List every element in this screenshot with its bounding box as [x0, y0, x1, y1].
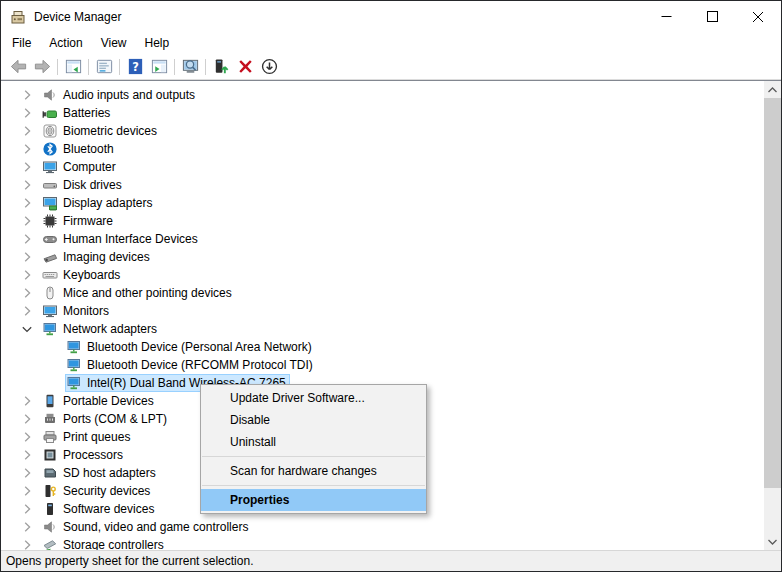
- chevron-right-icon[interactable]: [19, 429, 35, 445]
- chevron-down-icon[interactable]: [19, 321, 35, 337]
- tree-item-biometric-devices[interactable]: Biometric devices: [1, 122, 764, 140]
- tree-item-content: Software devices: [35, 500, 158, 518]
- toolbar: ?: [1, 54, 781, 80]
- tree-item-mice-and-other-pointing-devices[interactable]: Mice and other pointing devices: [1, 284, 764, 302]
- chevron-right-icon[interactable]: [19, 177, 35, 193]
- chevron-right-icon[interactable]: [19, 141, 35, 157]
- menu-item-scan-for-hardware-changes[interactable]: Scan for hardware changes: [201, 460, 426, 482]
- tree-item-content: Audio inputs and outputs: [35, 86, 199, 104]
- chevron-right-icon[interactable]: [19, 249, 35, 265]
- chevron-right-icon[interactable]: [19, 87, 35, 103]
- tree-item-label: Portable Devices: [63, 394, 154, 408]
- tree-item-label: Biometric devices: [63, 124, 157, 138]
- ports-icon: [42, 411, 58, 427]
- chevron-right-icon[interactable]: [19, 393, 35, 409]
- device-manager-icon: [10, 9, 26, 25]
- tree-item-bluetooth[interactable]: Bluetooth: [1, 140, 764, 158]
- tree-item-disk-drives[interactable]: Disk drives: [1, 176, 764, 194]
- tree-item-label: Keyboards: [63, 268, 120, 282]
- network-icon: [66, 339, 82, 355]
- status-text: Opens property sheet for the current sel…: [6, 554, 253, 568]
- menu-item-disable[interactable]: Disable: [201, 409, 426, 431]
- chevron-right-icon[interactable]: [19, 213, 35, 229]
- show-console-tree-icon[interactable]: [61, 56, 85, 78]
- tree-item-monitors[interactable]: Monitors: [1, 302, 764, 320]
- tree-item-content: Firmware: [35, 212, 117, 230]
- monitor-icon: [42, 303, 58, 319]
- update-driver-icon[interactable]: [209, 56, 233, 78]
- uninstall-icon[interactable]: [233, 56, 257, 78]
- tree-item-audio-inputs-and-outputs[interactable]: Audio inputs and outputs: [1, 86, 764, 104]
- imaging-icon: [42, 249, 58, 265]
- software-icon: [42, 501, 58, 517]
- vertical-scrollbar[interactable]: [764, 81, 781, 550]
- chevron-right-icon[interactable]: [19, 519, 35, 535]
- menu-item-properties[interactable]: Properties: [201, 489, 426, 511]
- tree-item-computer[interactable]: Computer: [1, 158, 764, 176]
- chevron-right-icon[interactable]: [19, 447, 35, 463]
- toolbar-separator: [174, 59, 175, 75]
- scan-hardware-changes-icon[interactable]: [178, 56, 202, 78]
- scroll-up-icon[interactable]: [764, 81, 781, 98]
- tree-item-label: Human Interface Devices: [63, 232, 198, 246]
- action-pane-icon[interactable]: [147, 56, 171, 78]
- tree-item-content: Bluetooth Device (RFCOMM Protocol TDI): [65, 356, 317, 374]
- tree-item-content: Print queues: [35, 428, 134, 446]
- tree-item-bluetooth-device-rfcomm-protocol-tdi[interactable]: Bluetooth Device (RFCOMM Protocol TDI): [1, 356, 764, 374]
- scroll-down-icon[interactable]: [764, 533, 781, 550]
- chevron-right-icon[interactable]: [19, 411, 35, 427]
- tree-item-label: Display adapters: [63, 196, 152, 210]
- chevron-right-icon[interactable]: [19, 105, 35, 121]
- tree-item-imaging-devices[interactable]: Imaging devices: [1, 248, 764, 266]
- tree-item-keyboards[interactable]: Keyboards: [1, 266, 764, 284]
- maximize-button[interactable]: [689, 1, 735, 32]
- tree-item-bluetooth-device-personal-area-network[interactable]: Bluetooth Device (Personal Area Network): [1, 338, 764, 356]
- scrollbar-thumb[interactable]: [764, 98, 781, 488]
- chevron-right-icon[interactable]: [19, 303, 35, 319]
- menu-view[interactable]: View: [92, 33, 136, 53]
- tree-item-storage-controllers[interactable]: Storage controllers: [1, 536, 764, 550]
- forward-icon[interactable]: [30, 56, 54, 78]
- chevron-right-icon[interactable]: [19, 231, 35, 247]
- chevron-right-icon[interactable]: [19, 159, 35, 175]
- minimize-button[interactable]: [643, 1, 689, 32]
- disable-icon[interactable]: [257, 56, 281, 78]
- chevron-right-icon[interactable]: [19, 483, 35, 499]
- chevron-right-icon[interactable]: [19, 537, 35, 550]
- tree-item-label: Disk drives: [63, 178, 122, 192]
- chevron-right-icon[interactable]: [19, 465, 35, 481]
- menu-item-update-driver-software[interactable]: Update Driver Software...: [201, 387, 426, 409]
- tree-item-content: Computer: [35, 158, 120, 176]
- tree-item-label: Bluetooth Device (RFCOMM Protocol TDI): [87, 358, 313, 372]
- chevron-right-icon[interactable]: [19, 285, 35, 301]
- menu-action[interactable]: Action: [40, 33, 91, 53]
- help-icon[interactable]: ?: [123, 56, 147, 78]
- portable-icon: [42, 393, 58, 409]
- tree-item-display-adapters[interactable]: Display adapters: [1, 194, 764, 212]
- back-icon[interactable]: [6, 56, 30, 78]
- menu-item-uninstall[interactable]: Uninstall: [201, 431, 426, 453]
- context-menu-separator: [202, 485, 425, 486]
- chevron-right-icon[interactable]: [19, 123, 35, 139]
- close-button[interactable]: [735, 1, 781, 32]
- tree-item-firmware[interactable]: Firmware: [1, 212, 764, 230]
- tree-item-human-interface-devices[interactable]: Human Interface Devices: [1, 230, 764, 248]
- tree-item-network-adapters[interactable]: Network adapters: [1, 320, 764, 338]
- tree-item-batteries[interactable]: Batteries: [1, 104, 764, 122]
- tree-item-content: Disk drives: [35, 176, 126, 194]
- tree-item-label: Bluetooth: [63, 142, 114, 156]
- toolbar-separator: [205, 59, 206, 75]
- menu-file[interactable]: File: [3, 33, 40, 53]
- tree-item-content: Biometric devices: [35, 122, 161, 140]
- tree-item-content: SD host adapters: [35, 464, 160, 482]
- context-menu: Update Driver Software...DisableUninstal…: [200, 384, 427, 514]
- chevron-right-icon[interactable]: [19, 267, 35, 283]
- menu-item-label: Update Driver Software...: [230, 391, 365, 405]
- chevron-right-icon[interactable]: [19, 195, 35, 211]
- tree-item-content: Monitors: [35, 302, 113, 320]
- chevron-right-icon[interactable]: [19, 501, 35, 517]
- menu-help[interactable]: Help: [136, 33, 179, 53]
- properties-pane-icon[interactable]: [92, 56, 116, 78]
- computer-icon: [42, 159, 58, 175]
- tree-item-sound-video-and-game-controllers[interactable]: Sound, video and game controllers: [1, 518, 764, 536]
